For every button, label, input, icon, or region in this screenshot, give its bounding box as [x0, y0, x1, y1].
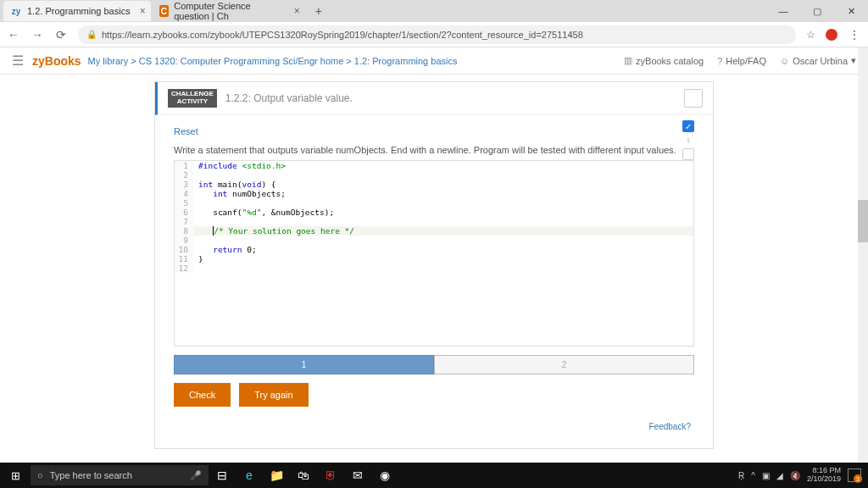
- user-icon: ☺: [780, 56, 789, 66]
- scroll-thumb[interactable]: [858, 200, 868, 242]
- battery-icon[interactable]: ▣: [762, 471, 770, 480]
- challenge-activity: CHALLENGEACTIVITY 1.2.2: Output variable…: [154, 81, 714, 449]
- system-tray: Ŗ ^ ▣ ◢ 🔇 8:16 PM2/10/2019 3: [738, 467, 868, 484]
- new-tab-button[interactable]: +: [307, 4, 331, 18]
- reload-icon[interactable]: ⟳: [54, 28, 68, 42]
- tab-title: 1.2. Programming basics: [27, 6, 131, 16]
- mcafee-icon[interactable]: ⛨: [317, 463, 344, 488]
- back-icon[interactable]: ←: [7, 28, 20, 42]
- url-input[interactable]: 🔒 https://learn.zybooks.com/zybook/UTEPC…: [78, 25, 796, 44]
- maximize-button[interactable]: ▢: [800, 0, 834, 22]
- chrome-icon[interactable]: ◉: [371, 463, 398, 488]
- favicon: zy: [10, 5, 22, 17]
- favicon: C: [159, 5, 170, 17]
- header-right: ▥zyBooks catalog ?Help/FAQ ☺Oscar Urbina…: [624, 55, 856, 66]
- close-icon[interactable]: ×: [140, 5, 146, 17]
- forward-icon[interactable]: →: [31, 28, 44, 42]
- close-icon[interactable]: ×: [294, 5, 300, 17]
- explorer-icon[interactable]: 📁: [263, 463, 290, 488]
- activity-body: ✓ 1 2 Reset Write a statement that outpu…: [155, 115, 713, 436]
- url-text: https://learn.zybooks.com/zybook/UTEPCS1…: [102, 30, 583, 40]
- challenge-badge: CHALLENGEACTIVITY: [168, 89, 217, 108]
- notifications-icon[interactable]: 3: [848, 469, 861, 482]
- empty-badge: [682, 148, 694, 160]
- help-link[interactable]: ?Help/FAQ: [717, 56, 766, 66]
- minimize-button[interactable]: —: [766, 0, 800, 22]
- clock[interactable]: 8:16 PM2/10/2019: [807, 467, 841, 484]
- feedback-link[interactable]: Feedback?: [174, 422, 694, 431]
- window-controls: — ▢ ✕: [766, 0, 868, 22]
- search-placeholder: Type here to search: [50, 470, 132, 480]
- mail-icon[interactable]: ✉: [344, 463, 371, 488]
- update-badge-icon[interactable]: [826, 29, 837, 41]
- book-icon: ▥: [624, 55, 632, 66]
- content-area: CHALLENGEACTIVITY 1.2.2: Output variable…: [0, 75, 868, 473]
- activity-header: CHALLENGEACTIVITY 1.2.2: Output variable…: [155, 82, 713, 115]
- check-button[interactable]: Check: [174, 383, 231, 407]
- store-icon[interactable]: 🛍: [290, 463, 317, 488]
- activity-title: 1.2.2: Output variable value.: [225, 92, 353, 104]
- step-indicator: 1 2: [174, 355, 694, 374]
- windows-taskbar: ⊞ ○ Type here to search 🎤 ⊟ e 📁 🛍 ⛨ ✉ ◉ …: [0, 463, 868, 488]
- step-2[interactable]: 2: [434, 355, 694, 374]
- logo[interactable]: zyBooks: [32, 54, 81, 68]
- prompt-text: Write a statement that outputs variable …: [174, 145, 694, 155]
- address-bar: ← → ⟳ 🔒 https://learn.zybooks.com/zybook…: [0, 22, 868, 47]
- code-editor[interactable]: 1#include <stdio.h> 2 3int main(void) { …: [174, 160, 694, 347]
- lock-icon: 🔒: [86, 30, 97, 39]
- step-1[interactable]: 1: [174, 355, 434, 374]
- catalog-link[interactable]: ▥zyBooks catalog: [624, 55, 704, 66]
- mic-icon[interactable]: 🎤: [190, 470, 202, 481]
- tab-title: Computer Science question | Ch: [174, 1, 284, 21]
- task-view-icon[interactable]: ⊟: [209, 463, 236, 488]
- close-button[interactable]: ✕: [834, 0, 868, 22]
- browser-tab[interactable]: C Computer Science question | Ch ×: [153, 1, 305, 21]
- tray-up-icon[interactable]: ^: [751, 471, 755, 480]
- breadcrumb[interactable]: My library > CS 1320: Computer Programmi…: [88, 56, 458, 66]
- start-button[interactable]: ⊞: [0, 469, 31, 482]
- tray-chevron-icon[interactable]: Ŗ: [738, 471, 744, 480]
- help-icon: ?: [717, 56, 722, 66]
- edge-icon[interactable]: e: [236, 463, 263, 488]
- try-again-button[interactable]: Try again: [239, 383, 308, 407]
- browser-tab-active[interactable]: zy 1.2. Programming basics ×: [3, 1, 151, 21]
- tab-strip: zy 1.2. Programming basics × C Computer …: [0, 0, 868, 22]
- reset-link[interactable]: Reset: [174, 126, 198, 136]
- menu-icon[interactable]: ⋮: [848, 28, 861, 42]
- taskbar-search[interactable]: ○ Type here to search 🎤: [31, 465, 209, 485]
- user-menu[interactable]: ☺Oscar Urbina ▾: [780, 55, 856, 66]
- notif-count: 3: [854, 474, 862, 483]
- task-icons: ⊟ e 📁 🛍 ⛨ ✉ ◉: [209, 463, 398, 488]
- hamburger-icon[interactable]: ☰: [12, 53, 24, 69]
- app-header: ☰ zyBooks My library > CS 1320: Computer…: [0, 47, 868, 75]
- bookmark-icon[interactable]: ☆: [806, 29, 815, 41]
- wifi-icon[interactable]: ◢: [776, 471, 783, 480]
- page-scrollbar[interactable]: [858, 47, 868, 463]
- browser-chrome: zy 1.2. Programming basics × C Computer …: [0, 0, 868, 47]
- button-row: Check Try again: [174, 383, 694, 407]
- volume-icon[interactable]: 🔇: [790, 471, 800, 480]
- completion-indicator: [684, 89, 703, 108]
- checkmark-icon: ✓: [682, 120, 694, 132]
- cortana-icon: ○: [37, 470, 43, 480]
